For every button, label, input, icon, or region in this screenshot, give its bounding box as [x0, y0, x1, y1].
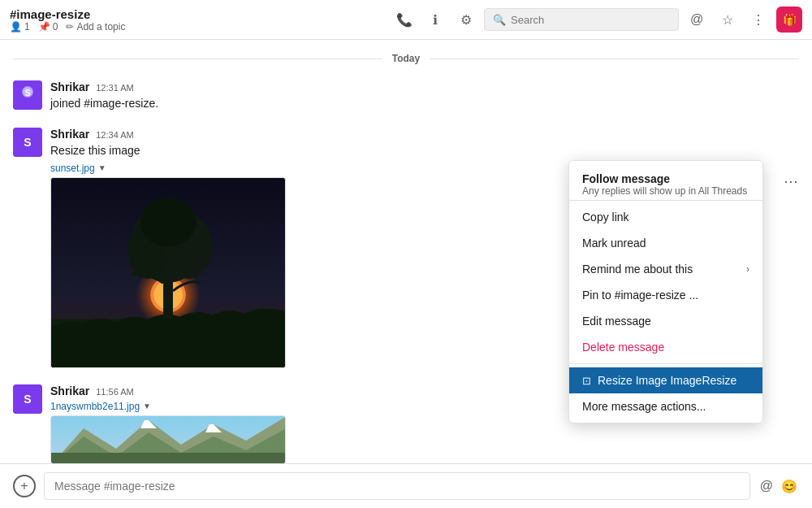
svg-text:S: S	[24, 393, 31, 406]
emoji-icon: 😊	[781, 480, 797, 493]
mark-unread-label: Mark unread	[582, 237, 646, 250]
add-topic-btn[interactable]: ✏ Add a topic	[66, 21, 125, 33]
dropdown-arrow-icon: ▼	[143, 402, 151, 410]
mark-unread-item[interactable]: Mark unread	[569, 230, 762, 256]
message-text: joined #image-resize.	[50, 95, 799, 111]
search-bar[interactable]: 🔍	[484, 8, 679, 31]
more-button[interactable]: ⋮	[745, 7, 771, 33]
message-header: Shrikar 12:31 AM	[50, 80, 799, 93]
more-options-button[interactable]: ⋯	[780, 169, 801, 193]
date-separator: Today	[13, 53, 799, 64]
plus-icon: +	[20, 479, 28, 493]
message-input-bar: + @ 😊	[0, 463, 812, 508]
people-icon: 👤	[10, 21, 22, 33]
resize-image-item[interactable]: ⊡ Resize Image ImageResize	[569, 367, 762, 393]
pencil-icon: ✏	[66, 21, 74, 33]
add-attachment-button[interactable]: +	[13, 475, 36, 497]
image-preview-mountain	[50, 415, 286, 463]
message-content: Shrikar 12:31 AM joined #image-resize.	[50, 80, 799, 111]
avatar: S	[13, 80, 42, 110]
search-input[interactable]	[511, 14, 670, 26]
remind-label: Remind me about this	[582, 263, 693, 276]
pin-icon: 📌	[38, 21, 50, 33]
remind-item[interactable]: Remind me about this ›	[569, 256, 762, 282]
resize-label: Resize Image ImageResize	[598, 374, 736, 387]
svg-rect-24	[51, 453, 286, 463]
menu-header: Follow message Any replies will show up …	[569, 164, 762, 201]
more-actions-label: More message actions...	[582, 400, 706, 413]
context-menu: Follow message Any replies will show up …	[568, 160, 763, 423]
delete-label: Delete message	[582, 341, 664, 354]
sender-name: Shrikar	[50, 80, 89, 93]
member-count: 👤 1	[10, 21, 30, 33]
copy-link-item[interactable]: Copy link	[569, 204, 762, 230]
dropdown-arrow-icon: ▼	[98, 163, 106, 172]
message-text: Resize this image	[50, 142, 799, 158]
copy-link-label: Copy link	[582, 211, 629, 224]
sender-name: Shrikar	[50, 128, 89, 141]
edit-label: Edit message	[582, 315, 651, 328]
timestamp: 12:34 AM	[96, 130, 133, 140]
channel-meta: 👤 1 📌 0 ✏ Add a topic	[10, 21, 391, 33]
channel-info: #image-resize 👤 1 📌 0 ✏ Add a topic	[10, 7, 391, 33]
call-icon: 📞	[396, 12, 412, 28]
timestamp: 11:56 AM	[96, 387, 133, 397]
gift-icon: 🎁	[783, 13, 797, 26]
menu-divider	[569, 363, 762, 364]
header-actions: 📞 ℹ ⚙ 🔍 @ ☆ ⋮ 🎁	[391, 7, 802, 33]
delete-item[interactable]: Delete message	[569, 334, 762, 360]
edit-item[interactable]: Edit message	[569, 308, 762, 334]
ellipsis-icon: ⋯	[784, 173, 798, 189]
info-button[interactable]: ℹ	[422, 7, 448, 33]
at-icon: @	[760, 479, 773, 493]
call-button[interactable]: 📞	[391, 7, 417, 33]
follow-message-label: Follow message	[582, 172, 749, 185]
date-label: Today	[382, 53, 430, 64]
sender-name: Shrikar	[50, 384, 89, 397]
timestamp: 12:31 AM	[96, 83, 133, 93]
search-icon: 🔍	[493, 14, 506, 26]
avatar: S	[13, 128, 42, 157]
message-input[interactable]	[44, 472, 750, 500]
filename: sunset.jpg	[50, 163, 95, 174]
messages-area: Today S Shrikar 12:31 AM joined #image-r…	[0, 40, 812, 463]
more-actions-item[interactable]: More message actions...	[569, 393, 762, 419]
settings-button[interactable]: ⚙	[453, 7, 479, 33]
pin-item[interactable]: Pin to #image-resize ...	[569, 282, 762, 308]
table-row: S Shrikar 12:31 AM joined #image-resize.	[13, 77, 799, 115]
gift-button[interactable]: 🎁	[776, 7, 802, 33]
at-button[interactable]: @	[684, 7, 710, 33]
chevron-right-icon: ›	[746, 263, 749, 275]
avatar: S	[13, 384, 42, 414]
svg-point-2	[18, 98, 37, 109]
input-icons: @ 😊	[758, 477, 799, 496]
pin-label: Pin to #image-resize ...	[582, 289, 698, 302]
more-icon: ⋮	[752, 12, 765, 28]
svg-text:S: S	[24, 136, 31, 149]
at-icon: @	[690, 12, 703, 27]
gear-icon: ⚙	[460, 12, 472, 28]
svg-text:S: S	[25, 89, 31, 98]
emoji-button[interactable]: 😊	[780, 477, 799, 496]
at-mention-button[interactable]: @	[758, 477, 775, 495]
svg-point-16	[140, 198, 196, 246]
resize-icon: ⊡	[582, 375, 591, 387]
filename: 1nayswmbb2e11.jpg	[50, 401, 140, 412]
pin-count: 📌 0	[38, 21, 58, 33]
channel-title: #image-resize	[10, 7, 391, 21]
star-button[interactable]: ☆	[715, 7, 741, 33]
channel-header: #image-resize 👤 1 📌 0 ✏ Add a topic 📞 ℹ …	[0, 0, 812, 40]
star-icon: ☆	[722, 12, 733, 28]
follow-message-sub: Any replies will show up in All Threads	[582, 185, 749, 197]
message-header: Shrikar 12:34 AM	[50, 128, 799, 141]
info-icon: ℹ	[433, 12, 438, 28]
image-preview	[50, 177, 286, 368]
